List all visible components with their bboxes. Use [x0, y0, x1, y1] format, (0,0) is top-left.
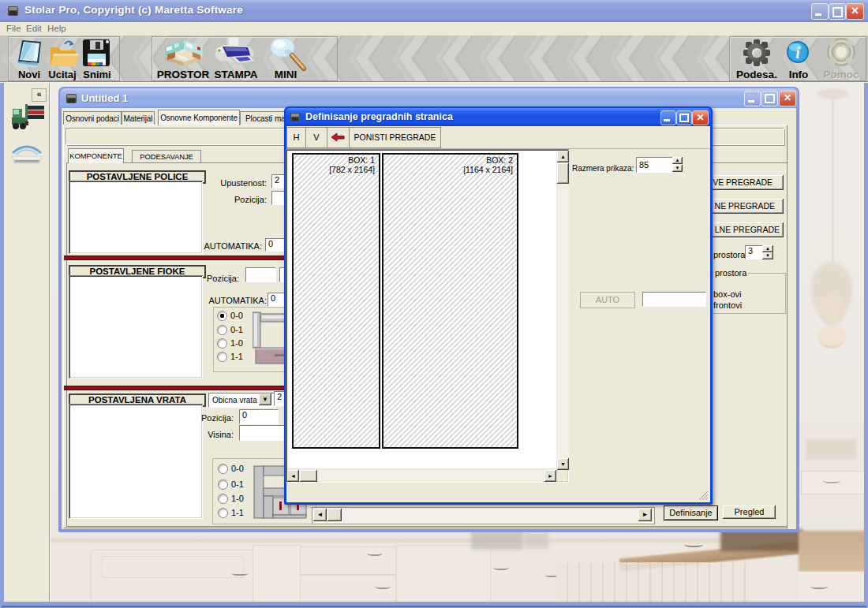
svg-text:i: i — [795, 44, 800, 62]
